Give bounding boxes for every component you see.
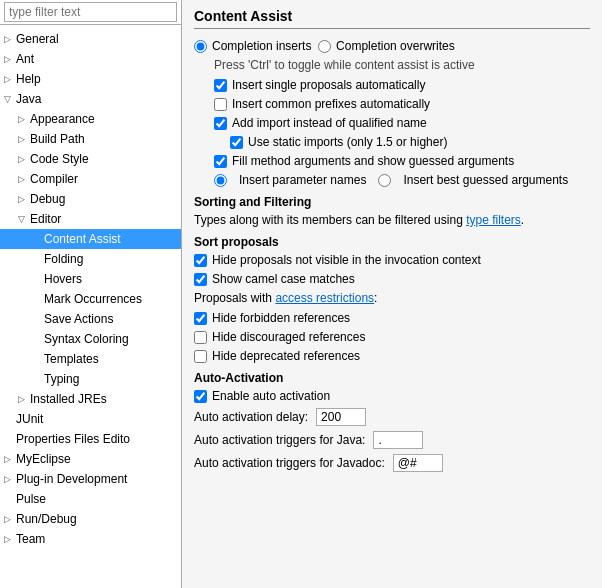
tree-item-help[interactable]: ▷Help <box>0 69 181 89</box>
tree-item-mark-occurrences[interactable]: Mark Occurrences <box>0 289 181 309</box>
tree-item-plugin-development[interactable]: ▷Plug-in Development <box>0 469 181 489</box>
tree-arrow-ant: ▷ <box>4 50 16 68</box>
use-static-row: Use static imports (only 1.5 or higher) <box>230 135 590 149</box>
fill-method-row: Fill method arguments and show guessed a… <box>214 154 590 168</box>
tree-item-run-debug[interactable]: ▷Run/Debug <box>0 509 181 529</box>
hide-not-visible-checkbox[interactable] <box>194 254 207 267</box>
show-camel-label: Show camel case matches <box>212 272 355 286</box>
tree-label-build-path: Build Path <box>30 130 85 148</box>
auto-activation-title: Auto-Activation <box>194 371 590 385</box>
tree-item-debug[interactable]: ▷Debug <box>0 189 181 209</box>
insert-common-label: Insert common prefixes automatically <box>232 97 430 111</box>
use-static-label: Use static imports (only 1.5 or higher) <box>248 135 447 149</box>
show-camel-row: Show camel case matches <box>194 272 590 286</box>
tree-item-team[interactable]: ▷Team <box>0 529 181 549</box>
tree-item-appearance[interactable]: ▷Appearance <box>0 109 181 129</box>
tree-arrow-debug: ▷ <box>18 190 30 208</box>
tree-label-save-actions: Save Actions <box>44 310 113 328</box>
add-import-checkbox[interactable] <box>214 117 227 130</box>
hide-deprecated-checkbox[interactable] <box>194 350 207 363</box>
tree-item-java[interactable]: ▽Java <box>0 89 181 109</box>
tree-item-syntax-coloring[interactable]: Syntax Coloring <box>0 329 181 349</box>
filter-input[interactable] <box>4 2 177 22</box>
auto-java-label: Auto activation triggers for Java: <box>194 433 365 447</box>
tree-label-syntax-coloring: Syntax Coloring <box>44 330 129 348</box>
auto-java-input[interactable] <box>373 431 423 449</box>
tree-label-plugin-development: Plug-in Development <box>16 470 127 488</box>
tree-item-installed-jres[interactable]: ▷Installed JREs <box>0 389 181 409</box>
hide-forbidden-row: Hide forbidden references <box>194 311 590 325</box>
hide-not-visible-label: Hide proposals not visible in the invoca… <box>212 253 481 267</box>
enable-auto-checkbox[interactable] <box>194 390 207 403</box>
tree-label-hovers: Hovers <box>44 270 82 288</box>
tree-item-pulse[interactable]: Pulse <box>0 489 181 509</box>
hide-forbidden-checkbox[interactable] <box>194 312 207 325</box>
completion-inserts-radio[interactable] <box>194 40 207 53</box>
tree-item-myeclipse[interactable]: ▷MyEclipse <box>0 449 181 469</box>
insert-best-radio[interactable] <box>378 174 391 187</box>
tree-item-folding[interactable]: Folding <box>0 249 181 269</box>
ctrl-note: Press 'Ctrl' to toggle while content ass… <box>214 58 590 72</box>
tree-item-build-path[interactable]: ▷Build Path <box>0 129 181 149</box>
auto-delay-row: Auto activation delay: <box>194 408 590 426</box>
tree-item-compiler[interactable]: ▷Compiler <box>0 169 181 189</box>
tree-label-mark-occurrences: Mark Occurrences <box>44 290 142 308</box>
hide-deprecated-label: Hide deprecated references <box>212 349 360 363</box>
tree-label-content-assist: Content Assist <box>44 230 121 248</box>
tree-label-team: Team <box>16 530 45 548</box>
tree-item-junit[interactable]: JUnit <box>0 409 181 429</box>
hide-forbidden-label: Hide forbidden references <box>212 311 350 325</box>
tree-item-general[interactable]: ▷General <box>0 29 181 49</box>
tree-arrow-editor: ▽ <box>18 210 30 228</box>
access-restrictions-link[interactable]: access restrictions <box>275 291 374 305</box>
parameter-mode-row: Insert parameter names Insert best guess… <box>214 173 590 187</box>
tree-arrow-build-path: ▷ <box>18 130 30 148</box>
hide-deprecated-row: Hide deprecated references <box>194 349 590 363</box>
tree-label-run-debug: Run/Debug <box>16 510 77 528</box>
insert-parameter-radio[interactable] <box>214 174 227 187</box>
tree-label-ant: Ant <box>16 50 34 68</box>
fill-method-checkbox[interactable] <box>214 155 227 168</box>
fill-method-label: Fill method arguments and show guessed a… <box>232 154 514 168</box>
sort-note: Types along with its members can be filt… <box>194 213 590 227</box>
auto-javadoc-input[interactable] <box>393 454 443 472</box>
tree-label-junit: JUnit <box>16 410 43 428</box>
main-container: ▷General▷Ant▷Help▽Java▷Appearance▷Build … <box>0 0 602 588</box>
completion-overwrites-radio[interactable] <box>318 40 331 53</box>
tree-label-help: Help <box>16 70 41 88</box>
tree-item-templates[interactable]: Templates <box>0 349 181 369</box>
tree-arrow-help: ▷ <box>4 70 16 88</box>
tree-item-properties-files-editor[interactable]: Properties Files Edito <box>0 429 181 449</box>
tree-label-templates: Templates <box>44 350 99 368</box>
tree-item-content-assist[interactable]: Content Assist <box>0 229 181 249</box>
tree-item-typing[interactable]: Typing <box>0 369 181 389</box>
tree-label-compiler: Compiler <box>30 170 78 188</box>
tree-label-typing: Typing <box>44 370 79 388</box>
tree-item-ant[interactable]: ▷Ant <box>0 49 181 69</box>
tree-arrow-myeclipse: ▷ <box>4 450 16 468</box>
hide-discouraged-checkbox[interactable] <box>194 331 207 344</box>
insert-single-label: Insert single proposals automatically <box>232 78 425 92</box>
insert-single-checkbox[interactable] <box>214 79 227 92</box>
auto-javadoc-row: Auto activation triggers for Javadoc: <box>194 454 590 472</box>
tree-arrow-compiler: ▷ <box>18 170 30 188</box>
tree-item-editor[interactable]: ▽Editor <box>0 209 181 229</box>
tree-arrow-appearance: ▷ <box>18 110 30 128</box>
proposals-with-note: Proposals with access restrictions: <box>194 291 590 305</box>
insert-best-label: Insert best guessed arguments <box>403 173 568 187</box>
add-import-label: Add import instead of qualified name <box>232 116 427 130</box>
completion-mode-row: Completion inserts Completion overwrites <box>194 39 590 53</box>
insert-common-checkbox[interactable] <box>214 98 227 111</box>
use-static-checkbox[interactable] <box>230 136 243 149</box>
tree-item-code-style[interactable]: ▷Code Style <box>0 149 181 169</box>
completion-overwrites-label: Completion overwrites <box>336 39 455 53</box>
tree-arrow-java: ▽ <box>4 90 16 108</box>
type-filters-link[interactable]: type filters <box>466 213 521 227</box>
hide-discouraged-row: Hide discouraged references <box>194 330 590 344</box>
show-camel-checkbox[interactable] <box>194 273 207 286</box>
tree-item-hovers[interactable]: Hovers <box>0 269 181 289</box>
auto-delay-input[interactable] <box>316 408 366 426</box>
left-panel: ▷General▷Ant▷Help▽Java▷Appearance▷Build … <box>0 0 182 588</box>
tree-item-save-actions[interactable]: Save Actions <box>0 309 181 329</box>
auto-delay-label: Auto activation delay: <box>194 410 308 424</box>
